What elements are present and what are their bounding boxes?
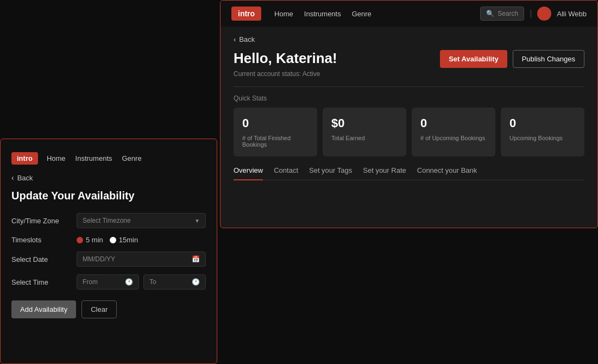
- publish-changes-button[interactable]: Publish Changes: [513, 50, 584, 68]
- chevron-down-icon: ▼: [194, 218, 200, 224]
- time-from-label: From: [83, 278, 98, 286]
- radio-5min-icon: [77, 237, 83, 243]
- clear-button[interactable]: Clear: [81, 300, 117, 318]
- timezone-select[interactable]: Select Timezone ▼: [77, 213, 206, 228]
- time-inputs: From 🕐 To 🕐: [77, 274, 206, 290]
- main-logo: intro: [231, 7, 261, 21]
- time-control: From 🕐 To 🕐: [77, 274, 206, 290]
- header-buttons: Set Availability Publish Changes: [440, 50, 584, 68]
- tab-overview[interactable]: Overview: [234, 166, 263, 180]
- main-nav-links: Home Instruments Genre: [274, 10, 372, 18]
- panel-nav-home[interactable]: Home: [47, 154, 66, 162]
- date-row: Select Date MM/DD/YY 📅: [11, 252, 206, 267]
- radio-15min-icon: [110, 237, 116, 243]
- timezone-label: City/Time Zone: [11, 217, 77, 225]
- time-from-input[interactable]: From 🕐: [77, 274, 139, 290]
- tab-contact[interactable]: Contact: [274, 166, 298, 180]
- nav-right: 🔍 Search | Alli Webb: [480, 7, 587, 21]
- timeslot-15min-option[interactable]: 15min: [110, 236, 138, 244]
- availability-panel: intro Home Instruments Genre ‹ Back Upda…: [0, 139, 217, 364]
- panel-nav: intro Home Instruments Genre: [11, 152, 206, 173]
- stat-total-earned-label: Total Earned: [331, 135, 398, 141]
- time-row: Select Time From 🕐 To 🕐: [11, 274, 206, 290]
- date-label: Select Date: [11, 255, 77, 263]
- timezone-control: Select Timezone ▼: [77, 213, 206, 228]
- tab-set-your-rate[interactable]: Set your Rate: [363, 166, 406, 180]
- stat-total-earned-value: $0: [331, 116, 398, 130]
- timeslots-control: 5 min 15min: [77, 236, 206, 244]
- clock-from-icon: 🕐: [125, 278, 133, 286]
- stat-total-finished-label: # of Total Finished Bookings: [242, 135, 309, 148]
- main-nav-instruments[interactable]: Instruments: [304, 10, 341, 18]
- panel-back-link[interactable]: ‹ Back: [11, 173, 206, 182]
- search-box[interactable]: 🔍 Search: [480, 7, 524, 21]
- divider: |: [530, 9, 532, 18]
- panel-logo: intro: [11, 152, 38, 165]
- date-placeholder: MM/DD/YY: [83, 255, 115, 263]
- main-back-arrow-icon: ‹: [234, 35, 236, 43]
- timezone-row: City/Time Zone Select Timezone ▼: [11, 213, 206, 228]
- timeslots-row: Timeslots 5 min 15min: [11, 236, 206, 244]
- calendar-icon: 📅: [192, 255, 200, 263]
- stat-total-earned: $0 Total Earned: [323, 108, 406, 156]
- search-icon: 🔍: [486, 10, 494, 17]
- main-nav-home[interactable]: Home: [274, 10, 293, 18]
- page-title: Hello, Katerina!: [234, 50, 337, 67]
- main-back-link[interactable]: ‹ Back: [234, 35, 584, 43]
- user-name: Alli Webb: [557, 10, 587, 18]
- avatar: [537, 7, 551, 21]
- panel-nav-links: Home Instruments Genre: [47, 154, 142, 162]
- main-content: ‹ Back Hello, Katerina! Set Availability…: [221, 27, 597, 189]
- panel-nav-genre[interactable]: Genre: [122, 154, 142, 162]
- stat-upcoming-bookings-value: 0: [509, 116, 576, 130]
- timeslots-label: Timeslots: [11, 236, 77, 244]
- timeslot-5min-option[interactable]: 5 min: [77, 236, 103, 244]
- top-nav: intro Home Instruments Genre 🔍 Search | …: [221, 1, 597, 27]
- action-buttons: Add Availability Clear: [11, 300, 206, 318]
- account-status: Current account status: Active: [234, 70, 584, 78]
- timeslots-options: 5 min 15min: [77, 236, 206, 244]
- stat-upcoming: 0 # of Upcoming Bookings: [412, 108, 495, 156]
- stats-grid: 0 # of Total Finished Bookings $0 Total …: [234, 108, 584, 156]
- main-nav-genre[interactable]: Genre: [352, 10, 372, 18]
- stat-upcoming-label: # of Upcoming Bookings: [420, 135, 487, 141]
- panel-title: Update Your Availability: [11, 190, 206, 202]
- date-input[interactable]: MM/DD/YY 📅: [77, 252, 206, 267]
- timeslot-5min-label: 5 min: [86, 236, 103, 244]
- tab-connect-your-bank[interactable]: Connect your Bank: [417, 166, 477, 180]
- timeslot-15min-label: 15min: [119, 236, 138, 244]
- date-control: MM/DD/YY 📅: [77, 252, 206, 267]
- clock-to-icon: 🕐: [192, 278, 200, 286]
- stat-upcoming-bookings-label: Upcoming Bookings: [509, 135, 576, 141]
- main-panel: intro Home Instruments Genre 🔍 Search | …: [220, 0, 598, 228]
- timezone-placeholder: Select Timezone: [83, 217, 131, 224]
- quick-stats-label: Quick Stats: [234, 95, 584, 102]
- stat-upcoming-bookings: 0 Upcoming Bookings: [501, 108, 584, 156]
- stat-total-finished: 0 # of Total Finished Bookings: [234, 108, 317, 156]
- time-label: Select Time: [11, 278, 77, 286]
- panel-nav-instruments[interactable]: Instruments: [75, 154, 112, 162]
- stat-total-finished-value: 0: [242, 116, 309, 130]
- time-to-input[interactable]: To 🕐: [143, 274, 206, 290]
- header-divider: [234, 86, 584, 87]
- page-header: Hello, Katerina! Set Availability Publis…: [234, 50, 584, 68]
- add-availability-button[interactable]: Add Availability: [11, 300, 76, 318]
- tab-set-your-tags[interactable]: Set your Tags: [309, 166, 352, 180]
- set-availability-button[interactable]: Set Availability: [440, 50, 507, 68]
- tabs-row: Overview Contact Set your Tags Set your …: [234, 166, 584, 180]
- time-to-label: To: [149, 278, 156, 286]
- back-arrow-icon: ‹: [11, 173, 14, 182]
- search-placeholder: Search: [498, 10, 518, 17]
- stat-upcoming-value: 0: [420, 116, 487, 130]
